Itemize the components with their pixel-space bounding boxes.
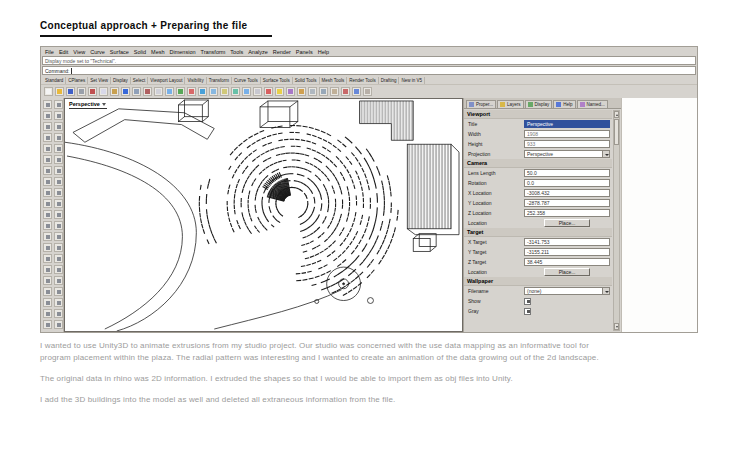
menu-item[interactable]: Tools xyxy=(230,49,243,55)
gray-checkbox[interactable] xyxy=(524,308,531,315)
lock-tool-button[interactable] xyxy=(54,298,63,307)
extrude-tool-button[interactable] xyxy=(43,177,52,186)
circle-tool-button[interactable] xyxy=(54,122,63,131)
print-button[interactable] xyxy=(77,87,86,96)
menu-item[interactable]: Mesh xyxy=(151,49,164,55)
menu-item[interactable]: Panels xyxy=(296,49,313,55)
toolbar-tab[interactable]: Visibility xyxy=(185,77,206,84)
copy-button[interactable] xyxy=(99,87,108,96)
panel-tab[interactable]: Proper... xyxy=(466,100,496,108)
join-tool-button[interactable] xyxy=(43,243,52,252)
dropdown-arrow-icon[interactable] xyxy=(602,288,609,294)
hide-tool-button[interactable] xyxy=(43,298,52,307)
pan-view-button[interactable] xyxy=(220,87,229,96)
select-tool-button[interactable] xyxy=(43,100,52,109)
move-tool-button[interactable] xyxy=(54,254,63,263)
cylinder-tool-button[interactable] xyxy=(43,210,52,219)
menu-item[interactable]: Solid xyxy=(134,49,146,55)
open-file-button[interactable] xyxy=(55,87,64,96)
dropdown-arrow-icon[interactable] xyxy=(602,151,609,157)
group-tool-button[interactable] xyxy=(54,287,63,296)
rotation-field[interactable]: 0.0 xyxy=(524,179,610,187)
title-field[interactable]: Perspective xyxy=(524,120,610,128)
rotate-tool-button[interactable] xyxy=(54,265,63,274)
move-button[interactable] xyxy=(165,87,174,96)
polygon-tool-button[interactable] xyxy=(54,144,63,153)
chamfer-tool-button[interactable] xyxy=(54,221,63,230)
sweep-tool-button[interactable] xyxy=(54,188,63,197)
revolve-tool-button[interactable] xyxy=(43,188,52,197)
viewport[interactable]: Perspective xyxy=(64,98,463,332)
render-button[interactable] xyxy=(264,87,273,96)
planar-button[interactable] xyxy=(330,87,339,96)
shaded-view-button[interactable] xyxy=(242,87,251,96)
toolbar-tab[interactable]: Set View xyxy=(88,77,111,84)
panel-tab[interactable]: Named... xyxy=(577,100,608,108)
toolbar-tab[interactable]: CPlanes xyxy=(66,77,88,84)
osnap-button[interactable] xyxy=(297,87,306,96)
boolean-tool-button[interactable] xyxy=(54,210,63,219)
panel-tab[interactable]: Layers xyxy=(497,100,524,108)
panel-tab[interactable]: Help xyxy=(553,100,575,108)
redo-button[interactable] xyxy=(132,87,141,96)
x-location-field[interactable]: -3008.432 xyxy=(524,189,610,197)
viewport-title[interactable]: Perspective xyxy=(69,101,107,109)
layer-tool-button[interactable] xyxy=(43,309,52,318)
toolbar-tab[interactable]: Select xyxy=(131,77,149,84)
menu-item[interactable]: Transform xyxy=(201,49,226,55)
rotate-view-button[interactable] xyxy=(231,87,240,96)
help-button[interactable] xyxy=(352,87,361,96)
y-target-field[interactable]: -3155.211 xyxy=(524,248,610,256)
select-button[interactable] xyxy=(154,87,163,96)
new-file-button[interactable] xyxy=(44,87,53,96)
place-button[interactable]: Place... xyxy=(544,268,590,276)
box-tool-button[interactable] xyxy=(43,199,52,208)
options-button[interactable] xyxy=(363,87,372,96)
zoom-extents-button[interactable] xyxy=(198,87,207,96)
point-cloud-tool-button[interactable] xyxy=(54,155,63,164)
place-button[interactable]: Place... xyxy=(544,219,590,227)
y-location-field[interactable]: -2878.787 xyxy=(524,199,610,207)
menu-item[interactable]: Edit xyxy=(59,49,68,55)
toolbar-tab[interactable]: Mesh Tools xyxy=(320,77,348,84)
menu-item[interactable]: Render xyxy=(273,49,291,55)
history-button[interactable] xyxy=(341,87,350,96)
toolbar-tab[interactable]: Render Tools xyxy=(347,77,378,84)
panel-scrollbar[interactable] xyxy=(613,110,620,331)
plane-tool-button[interactable] xyxy=(54,166,63,175)
surface-tool-button[interactable] xyxy=(43,166,52,175)
fillet-tool-button[interactable] xyxy=(43,221,52,230)
command-input[interactable]: Command: xyxy=(42,66,696,75)
menu-item[interactable]: View xyxy=(73,49,85,55)
menu-item[interactable]: Help xyxy=(318,49,329,55)
trim-tool-button[interactable] xyxy=(43,232,52,241)
scroll-down-icon[interactable] xyxy=(614,323,619,330)
undo-button[interactable] xyxy=(121,87,130,96)
ellipse-tool-button[interactable] xyxy=(54,133,63,142)
grid-snap-button[interactable] xyxy=(308,87,317,96)
menu-item[interactable]: Surface xyxy=(110,49,129,55)
delete-button[interactable] xyxy=(143,87,152,96)
copy-tool-button[interactable] xyxy=(43,265,52,274)
loft-tool-button[interactable] xyxy=(54,177,63,186)
wireframe-view-button[interactable] xyxy=(253,87,262,96)
paste-button[interactable] xyxy=(110,87,119,96)
z-location-field[interactable]: 252.358 xyxy=(524,209,610,217)
show-checkbox[interactable] xyxy=(524,298,531,305)
toolbar-tab[interactable]: Drafting xyxy=(379,77,400,84)
save-file-button[interactable] xyxy=(66,87,75,96)
sphere-tool-button[interactable] xyxy=(54,199,63,208)
line-tool-button[interactable] xyxy=(54,111,63,120)
menu-item[interactable]: Curve xyxy=(90,49,105,55)
z-target-field[interactable]: 38.445 xyxy=(524,258,610,266)
point-tool-button[interactable] xyxy=(54,100,63,109)
x-target-field[interactable]: -3141.753 xyxy=(524,238,610,246)
mirror-tool-button[interactable] xyxy=(54,276,63,285)
scale-tool-button[interactable] xyxy=(43,276,52,285)
freeform-curve-tool-button[interactable] xyxy=(43,122,52,131)
polyline-tool-button[interactable] xyxy=(43,111,52,120)
panel-tab[interactable]: Display xyxy=(525,100,553,108)
toolbar-tab[interactable]: Display xyxy=(111,77,131,84)
filename-field[interactable]: (none) xyxy=(524,287,610,295)
toolbar-tab[interactable]: Viewport Layout xyxy=(148,77,185,84)
